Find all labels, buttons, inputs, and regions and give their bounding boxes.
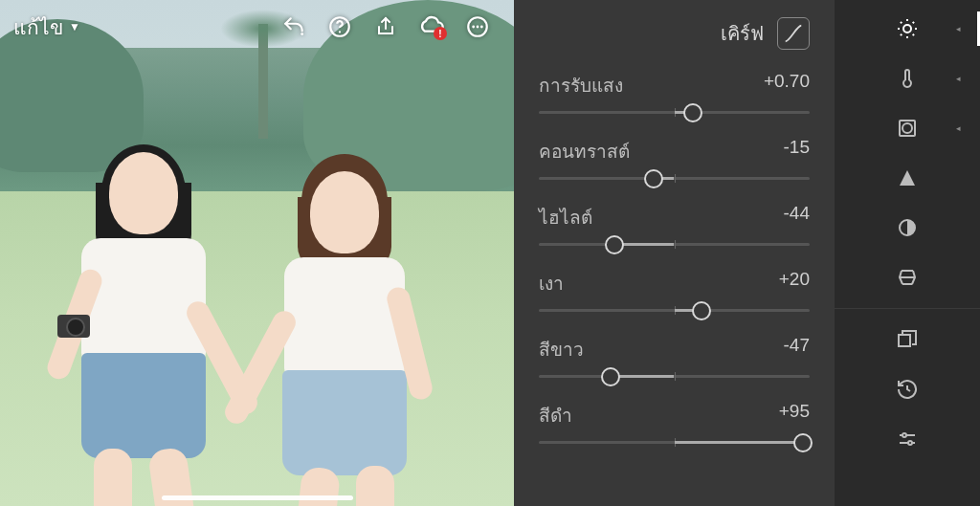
rail-geometry-tool[interactable] [835, 253, 980, 302]
curve-icon [783, 23, 804, 44]
rail-versions-tool[interactable] [835, 364, 980, 414]
cloud-sync-button[interactable]: ! [409, 4, 455, 50]
slider-row: สีขาว-47 [539, 335, 810, 378]
sliders-icon [896, 428, 919, 451]
slider-head: คอนทราสต์-15 [539, 137, 810, 165]
history-icon [896, 378, 919, 401]
slider-track[interactable] [539, 375, 810, 378]
more-icon [465, 14, 490, 39]
photo-preview[interactable]: แก้ไข ▼ ! [0, 0, 514, 506]
edit-sliders-panel: เคิร์ฟ การรับแสง+0.70คอนทราสต์-15ไฮไลต์-… [514, 0, 835, 506]
slider-track[interactable] [539, 177, 810, 180]
panel-header: เคิร์ฟ [539, 17, 810, 50]
svg-point-0 [301, 33, 303, 35]
help-button[interactable] [317, 4, 363, 50]
slider-value: -44 [784, 203, 810, 231]
slider-track[interactable] [539, 441, 810, 444]
rail-effects-tool[interactable]: ◂ [835, 103, 980, 153]
slider-head: สีดำ+95 [539, 401, 810, 429]
slider-row: สีดำ+95 [539, 401, 810, 444]
photo-content [0, 0, 514, 506]
rail-adjust-tool[interactable] [835, 414, 980, 464]
slider-track[interactable] [539, 111, 810, 114]
caret-icon: ◂ [956, 24, 961, 33]
slider-head: เงา+20 [539, 269, 810, 297]
slider-name: การรับแสง [539, 71, 623, 99]
slider-thumb[interactable] [601, 367, 620, 386]
thermometer-icon [896, 67, 919, 90]
undo-icon [281, 14, 306, 39]
slider-head: ไฮไลต์-44 [539, 203, 810, 231]
light-icon [896, 17, 919, 40]
slider-track[interactable] [539, 243, 810, 246]
svg-point-13 [908, 441, 912, 445]
alert-badge-icon: ! [434, 27, 447, 40]
slider-name: ไฮไลต์ [539, 203, 592, 231]
slider-row: ไฮไลต์-44 [539, 203, 810, 246]
slider-value: +95 [779, 401, 810, 429]
top-toolbar: แก้ไข ▼ ! [0, 0, 514, 54]
caret-icon: ◂ [956, 74, 961, 83]
caret-icon: ◂ [956, 123, 961, 133]
svg-point-5 [477, 26, 479, 29]
sliders-list: การรับแสง+0.70คอนทราสต์-15ไฮไลต์-44เงา+2… [539, 71, 810, 467]
share-button[interactable] [363, 4, 409, 50]
slider-thumb[interactable] [683, 103, 702, 122]
rail-light-tool[interactable]: ◂ [835, 4, 980, 54]
help-icon [327, 14, 352, 39]
share-icon [374, 15, 397, 38]
svg-rect-11 [899, 335, 910, 346]
slider-thumb[interactable] [644, 169, 663, 188]
slider-row: การรับแสง+0.70 [539, 71, 810, 114]
rail-detail-tool[interactable] [835, 153, 980, 203]
slider-track[interactable] [539, 309, 810, 312]
slider-name: สีดำ [539, 401, 572, 429]
mode-dropdown[interactable]: แก้ไข ▼ [13, 11, 80, 43]
rail-separator [835, 308, 980, 309]
svg-point-2 [339, 31, 341, 33]
slider-head: สีขาว-47 [539, 335, 810, 363]
rail-color-tool[interactable]: ◂ [835, 54, 980, 103]
tone-curve-button[interactable] [777, 17, 810, 50]
tool-rail: ◂ ◂ ◂ [835, 0, 980, 506]
slider-name: เงา [539, 269, 564, 297]
undo-button[interactable] [271, 4, 317, 50]
chevron-down-icon: ▼ [69, 20, 80, 33]
svg-point-6 [480, 26, 483, 29]
rail-presets-tool[interactable] [835, 315, 980, 364]
slider-row: เงา+20 [539, 269, 810, 312]
presets-icon [896, 328, 919, 351]
slider-row: คอนทราสต์-15 [539, 137, 810, 180]
slider-head: การรับแสง+0.70 [539, 71, 810, 99]
slider-value: +20 [779, 269, 810, 297]
slider-thumb[interactable] [605, 235, 624, 254]
svg-point-4 [472, 26, 475, 29]
more-button[interactable] [455, 4, 501, 50]
slider-value: -15 [784, 137, 810, 165]
curve-label: เคิร์ฟ [721, 18, 764, 49]
svg-point-7 [903, 25, 911, 33]
slider-thumb[interactable] [692, 301, 711, 320]
slider-name: สีขาว [539, 335, 584, 363]
rail-optics-tool[interactable] [835, 203, 980, 253]
slider-value: -47 [784, 335, 810, 363]
slider-thumb[interactable] [793, 433, 813, 452]
vignette-icon [896, 117, 919, 140]
svg-point-9 [902, 123, 912, 133]
svg-point-12 [902, 433, 906, 437]
home-indicator[interactable] [162, 495, 353, 500]
app-root: แก้ไข ▼ ! เคิร์ฟ [0, 0, 980, 506]
slider-value: +0.70 [764, 71, 810, 99]
detail-icon [896, 166, 919, 189]
lens-icon [896, 216, 919, 239]
mode-label-text: แก้ไข [13, 11, 63, 43]
slider-name: คอนทราสต์ [539, 137, 630, 165]
geometry-icon [896, 266, 919, 289]
